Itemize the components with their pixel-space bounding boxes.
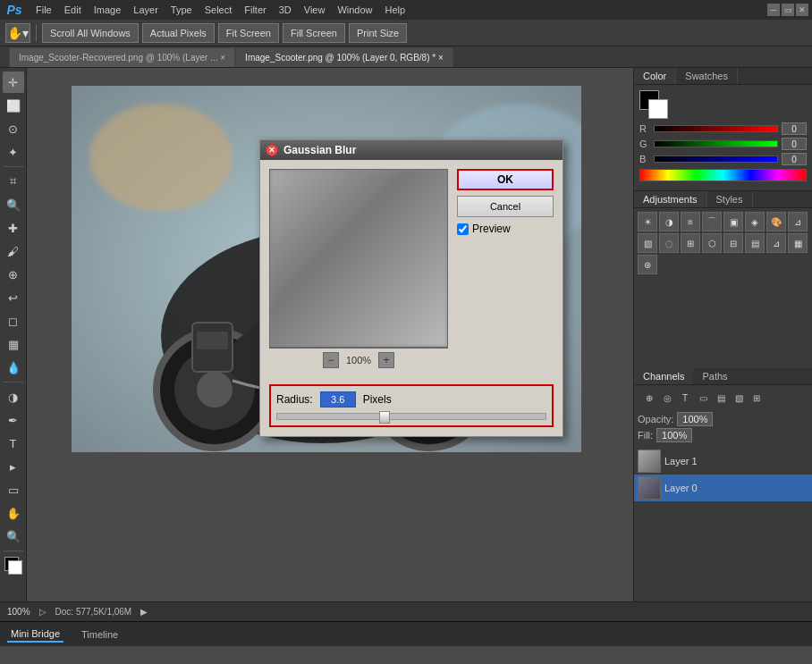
print-size-button[interactable]: Print Size: [349, 23, 407, 43]
hand-tool[interactable]: ✋▾: [5, 23, 30, 43]
cancel-button[interactable]: Cancel: [457, 196, 554, 217]
radius-input[interactable]: [320, 391, 356, 408]
type-tool[interactable]: T: [3, 433, 24, 454]
menu-filter[interactable]: Filter: [239, 3, 271, 17]
channels-tab[interactable]: Channels: [634, 368, 693, 384]
adj-contrast-icon[interactable]: ◑: [659, 212, 679, 231]
ch-icon-6[interactable]: ▧: [731, 391, 747, 407]
layer-item-layer1[interactable]: Layer 1: [634, 448, 812, 475]
actual-pixels-button[interactable]: Actual Pixels: [142, 23, 215, 43]
g-value[interactable]: [782, 138, 807, 150]
styles-tab[interactable]: Styles: [707, 191, 753, 207]
opacity-input[interactable]: [677, 412, 713, 426]
menu-select[interactable]: Select: [199, 3, 238, 17]
zoom-tool[interactable]: 🔍: [3, 525, 24, 547]
r-value[interactable]: [782, 122, 807, 135]
g-slider[interactable]: [654, 140, 778, 147]
adj-exposure-icon[interactable]: ▣: [723, 212, 743, 231]
adj-mixer-icon[interactable]: ⊞: [681, 233, 700, 253]
color-spectrum[interactable]: [639, 169, 807, 181]
ch-icon-3[interactable]: T: [677, 391, 693, 407]
b-slider[interactable]: [654, 155, 778, 163]
pen-tool[interactable]: ✒: [3, 409, 24, 431]
preview-checkbox[interactable]: [457, 223, 469, 235]
shape-tool[interactable]: ▭: [3, 479, 24, 500]
adj-threshold-icon[interactable]: ⊿: [766, 233, 786, 253]
adj-selective-icon[interactable]: ⊛: [638, 255, 657, 274]
menu-view[interactable]: View: [299, 3, 331, 17]
blur-tool[interactable]: 💧: [3, 357, 24, 378]
adjustments-tab[interactable]: Adjustments: [634, 191, 707, 207]
menu-file[interactable]: File: [30, 3, 57, 17]
adj-invert-icon[interactable]: ⊟: [723, 233, 743, 253]
restore-button[interactable]: ▭: [782, 4, 794, 16]
menu-layer[interactable]: Layer: [128, 3, 164, 17]
fit-screen-button[interactable]: Fit Screen: [218, 23, 279, 43]
scroll-all-windows-button[interactable]: Scroll All Windows: [42, 23, 139, 43]
r-slider[interactable]: [654, 125, 778, 132]
healing-tool[interactable]: ✚: [3, 217, 24, 239]
dialog-close-button[interactable]: ✕: [266, 144, 278, 156]
adj-levels-icon[interactable]: ≡: [681, 212, 700, 231]
adj-colorlookup-icon[interactable]: ⬡: [702, 233, 722, 253]
paths-tab[interactable]: Paths: [693, 368, 736, 384]
ch-icon-7[interactable]: ⊞: [749, 391, 765, 407]
eraser-tool[interactable]: ◻: [3, 310, 24, 332]
marquee-tool[interactable]: ⬜: [3, 95, 24, 116]
adj-sun-icon[interactable]: ☀: [638, 212, 657, 231]
foreground-color-swatch[interactable]: [3, 555, 24, 576]
dialog-titlebar[interactable]: ✕ Gaussian Blur: [260, 140, 562, 160]
menu-type[interactable]: Type: [165, 3, 198, 17]
adj-gradient-icon[interactable]: ▦: [788, 233, 808, 253]
quick-select-tool[interactable]: ✦: [3, 141, 24, 163]
zoom-out-button[interactable]: −: [323, 352, 339, 368]
layer-item-layer0[interactable]: Layer 0: [634, 475, 812, 501]
brush-tool[interactable]: 🖌: [3, 240, 24, 262]
ok-button[interactable]: OK: [457, 169, 554, 190]
adj-colorbalance-icon[interactable]: ⊿: [788, 212, 808, 231]
path-selection-tool[interactable]: ▸: [3, 456, 24, 477]
move-tool[interactable]: ✛: [3, 71, 24, 93]
tab-0[interactable]: Image_Scooter-Recovered.png @ 100% (Laye…: [9, 47, 235, 67]
close-button[interactable]: ✕: [796, 4, 808, 16]
minimize-button[interactable]: ─: [767, 4, 780, 16]
mini-bridge-tab[interactable]: Mini Bridge: [7, 626, 63, 643]
dodge-tool[interactable]: ◑: [3, 386, 24, 408]
adj-curves-icon[interactable]: ⌒: [702, 212, 722, 231]
b-value[interactable]: [782, 153, 807, 165]
timeline-tab[interactable]: Timeline: [78, 627, 122, 642]
tab-1[interactable]: Image_Scooter.png @ 100% (Layer 0, RGB/8…: [235, 47, 453, 67]
radius-slider-thumb[interactable]: [379, 411, 390, 424]
menu-image[interactable]: Image: [89, 3, 127, 17]
hand-tool-left[interactable]: ✋: [3, 502, 24, 524]
eyedropper-tool[interactable]: 🔍: [3, 194, 24, 215]
crop-tool[interactable]: ⌗: [3, 171, 24, 192]
adj-photo-icon[interactable]: ◌: [659, 233, 679, 253]
toolbar-divider-1: [36, 24, 37, 42]
background-color[interactable]: [648, 99, 668, 119]
fill-screen-button[interactable]: Fill Screen: [283, 23, 345, 43]
fill-input[interactable]: [656, 428, 692, 442]
menu-edit[interactable]: Edit: [59, 3, 87, 17]
ch-icon-5[interactable]: ▤: [713, 391, 729, 407]
tool-separator-3: [4, 551, 23, 551]
gradient-tool[interactable]: ▦: [3, 333, 24, 355]
adj-hsl-icon[interactable]: 🎨: [766, 212, 786, 231]
adj-vibrance-icon[interactable]: ◈: [745, 212, 765, 231]
ch-icon-2[interactable]: ◎: [659, 391, 675, 407]
clone-tool[interactable]: ⊕: [3, 264, 24, 285]
menu-3d[interactable]: 3D: [274, 3, 297, 17]
adj-posterize-icon[interactable]: ▤: [745, 233, 765, 253]
menu-help[interactable]: Help: [380, 3, 411, 17]
menu-window[interactable]: Window: [332, 3, 377, 17]
color-tab[interactable]: Color: [634, 68, 676, 84]
swatches-tab[interactable]: Swatches: [676, 68, 738, 84]
radius-slider-track[interactable]: [276, 413, 546, 420]
adj-bw-icon[interactable]: ▧: [638, 233, 657, 253]
color-panel: R G B: [634, 85, 812, 190]
ch-icon-4[interactable]: ▭: [695, 391, 711, 407]
zoom-in-button[interactable]: +: [378, 352, 394, 368]
lasso-tool[interactable]: ⊙: [3, 118, 24, 139]
ch-icon-1[interactable]: ⊕: [641, 391, 657, 407]
history-brush-tool[interactable]: ↩: [3, 287, 24, 308]
